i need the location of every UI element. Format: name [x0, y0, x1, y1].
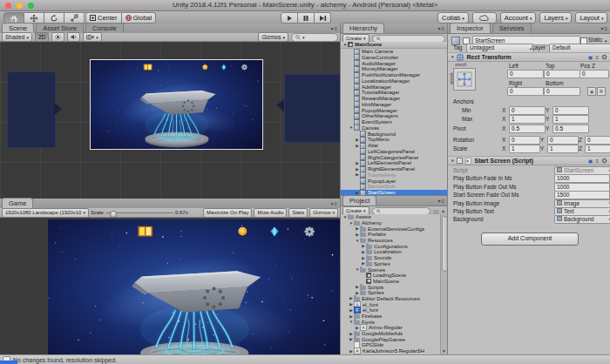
stats-button[interactable]: Stats: [288, 208, 308, 218]
hierarchy-item[interactable]: RightCategoriesPanel: [341, 154, 447, 160]
anchor-max-x-field[interactable]: 1: [509, 115, 546, 124]
scale-slider[interactable]: [105, 209, 173, 216]
project-item[interactable]: ▶ExternalServicesConfigs: [341, 226, 441, 232]
shading-mode-dropdown[interactable]: Shaded▾: [2, 32, 32, 42]
tab-project[interactable]: Project: [342, 195, 376, 206]
scene-search-input[interactable]: ▾: [291, 33, 338, 42]
add-component-button[interactable]: Add Component: [481, 233, 579, 246]
search-by-label-icon[interactable]: ✦: [441, 208, 445, 214]
scale-y-field[interactable]: 1: [547, 145, 579, 153]
hierarchy-scene-row[interactable]: ▼MainScene: [341, 42, 447, 49]
property-field[interactable]: 1000: [554, 174, 610, 183]
rect-top-field[interactable]: 0: [544, 70, 580, 78]
rotation-y-field[interactable]: 0: [547, 136, 579, 145]
project-item[interactable]: ▶Configurations: [341, 243, 441, 249]
hierarchy-item[interactable]: ▶RightElementsPanel: [341, 166, 447, 172]
panel-menu-icon[interactable]: ▾≡: [600, 25, 608, 31]
anchor-preset-widget[interactable]: [453, 68, 476, 91]
game-viewport[interactable]: [0, 218, 340, 354]
space-mode-button[interactable]: Global: [122, 12, 157, 24]
blueprint-mode-button[interactable]: ▣: [587, 87, 596, 96]
aspect-dropdown[interactable]: 1920x1080 Landscape (1920x10▾: [2, 208, 89, 218]
gear-menu-icon[interactable]: [601, 54, 607, 60]
pause-button[interactable]: [298, 12, 315, 24]
rotation-x-field[interactable]: 0: [509, 136, 540, 145]
raw-edit-mode-button[interactable]: R: [597, 87, 606, 96]
panel-menu-icon[interactable]: ▾≡: [437, 198, 445, 204]
scrollbar-down-arrow[interactable]: ▼: [441, 348, 447, 354]
project-item[interactable]: ▶Localization: [341, 249, 441, 255]
hierarchy-item[interactable]: BannerStub: [341, 184, 447, 190]
project-item[interactable]: ▶Sprites: [341, 261, 441, 267]
project-item[interactable]: ▶GooglePlayGames: [341, 336, 441, 342]
panel-menu-icon[interactable]: ▾≡: [330, 200, 338, 206]
hierarchy-item[interactable]: PopupLayer: [341, 178, 447, 184]
presets-icon[interactable]: ≡: [595, 55, 599, 60]
project-item[interactable]: ▶Prefabs: [341, 232, 441, 238]
property-field[interactable]: 1500: [554, 191, 610, 199]
presets-icon[interactable]: ≡: [595, 158, 599, 164]
anchor-min-y-field[interactable]: 0: [552, 106, 589, 115]
help-icon[interactable]: ▣: [588, 54, 593, 60]
project-item[interactable]: ▼Resources: [341, 238, 441, 244]
rect-right-field[interactable]: 0: [507, 87, 544, 96]
scene-lighting-button[interactable]: [51, 32, 64, 42]
search-by-type-icon[interactable]: ◳: [433, 208, 438, 214]
foldout-icon[interactable]: ▼: [451, 55, 454, 59]
scale-z-field[interactable]: 1: [585, 145, 610, 153]
layout-button[interactable]: Layout▾: [575, 12, 607, 24]
rect-posz-field[interactable]: 0: [580, 70, 609, 78]
project-item[interactable]: ▼Alchemy: [341, 220, 441, 226]
rotation-z-field[interactable]: 0: [585, 136, 610, 145]
2d-toggle-button[interactable]: 2D: [35, 32, 49, 42]
hierarchy-item[interactable]: ▼Canvas: [341, 125, 447, 131]
scene-effects-button[interactable]: ▾: [83, 32, 102, 42]
project-item[interactable]: ▶Scripts: [341, 284, 441, 290]
anchor-min-x-field[interactable]: 0: [509, 106, 546, 115]
project-item[interactable]: ▼Fonts: [341, 319, 441, 325]
rect-bottom-field[interactable]: 0: [544, 87, 580, 96]
project-item[interactable]: ▶AArimo-Regular: [341, 325, 441, 331]
component-enabled-checkbox[interactable]: ✓: [457, 158, 463, 164]
rect-left-field[interactable]: 0: [507, 70, 544, 78]
scene-gizmos-dropdown[interactable]: Gizmos▾: [258, 32, 288, 42]
project-item[interactable]: ▼Scenes: [341, 266, 441, 273]
pivot-x-field[interactable]: 0.5: [509, 125, 546, 133]
status-bar[interactable]: No changes found, resolution skipped.: [0, 354, 610, 364]
property-field[interactable]: Background⊙: [554, 215, 610, 224]
project-item[interactable]: ▶AKarlaJohnson5 RegularSH: [341, 348, 441, 354]
start-screen-script-header[interactable]: ▼ ✓ # Start Screen (Script) ▣ ≡: [448, 156, 610, 165]
hierarchy-item[interactable]: LeftCategoriesPanel: [341, 149, 447, 155]
anchor-max-y-field[interactable]: 1: [552, 115, 589, 124]
play-button[interactable]: [281, 12, 298, 24]
hierarchy-item[interactable]: ▶LeftElementsPanel: [341, 160, 447, 166]
hierarchy-item[interactable]: Background: [341, 131, 447, 137]
pivot-y-field[interactable]: 0.5: [552, 125, 589, 133]
gear-menu-icon[interactable]: [601, 158, 607, 164]
project-item[interactable]: ▶Editor Default Resources: [341, 296, 441, 302]
hierarchy-item[interactable]: ▶Altar: [341, 143, 447, 149]
project-item[interactable]: LoadingScene: [341, 273, 441, 279]
tab-game[interactable]: Game: [2, 198, 33, 208]
project-item[interactable]: MainScene: [341, 279, 441, 285]
panel-menu-icon[interactable]: ▾≡: [330, 25, 338, 31]
mute-audio-button[interactable]: Mute Audio: [254, 208, 287, 218]
project-item[interactable]: ▶Fel_font: [341, 307, 441, 313]
panel-menu-icon[interactable]: ▾≡: [437, 25, 445, 31]
tab-inspector[interactable]: Inspector: [450, 23, 491, 33]
help-icon[interactable]: ▣: [588, 158, 593, 164]
foldout-icon[interactable]: ▼: [451, 158, 454, 163]
project-scrollbar[interactable]: ▼: [440, 214, 447, 354]
tab-hierarchy[interactable]: Hierarchy: [342, 23, 384, 33]
tab-services[interactable]: Services: [492, 23, 532, 33]
step-button[interactable]: [315, 12, 331, 24]
scale-x-field[interactable]: 1: [509, 145, 540, 153]
layers-button[interactable]: Layers▾: [539, 12, 572, 24]
hierarchy-item[interactable]: ▶TutorialHelp: [341, 172, 447, 179]
scene-audio-button[interactable]: [67, 32, 80, 42]
rect-transform-header[interactable]: ▼ Rect Transform ▣ ≡: [448, 52, 610, 62]
game-gizmos-dropdown[interactable]: Gizmos▾: [309, 208, 338, 218]
scene-viewport[interactable]: [0, 42, 340, 199]
hierarchy-item[interactable]: ▶TopMenu: [341, 137, 447, 143]
project-item[interactable]: ▼Assets: [341, 214, 441, 220]
